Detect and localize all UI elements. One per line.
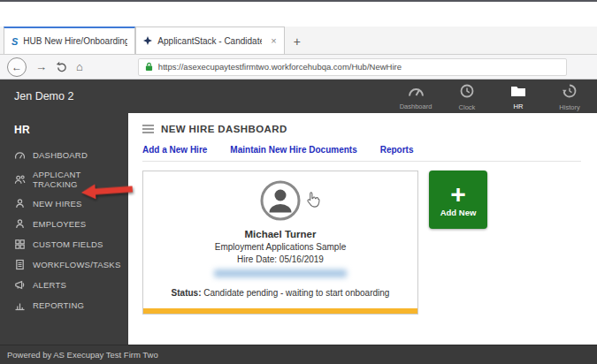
sidebar-item-label: EMPLOYEES	[33, 219, 86, 229]
nav-item-clock[interactable]: Clock	[441, 82, 493, 111]
app-header-nav: Dashboard Clock HR History	[390, 82, 595, 111]
main-content: NEW HIRE DASHBOARD Add a New Hire Mainta…	[128, 113, 597, 345]
new-tab-button[interactable]: +	[294, 35, 301, 48]
people-icon	[14, 174, 26, 186]
add-new-button[interactable]: + Add New	[429, 171, 487, 229]
redacted-text	[214, 269, 347, 277]
action-links: Add a New Hire Maintain New Hire Documen…	[142, 145, 581, 162]
sidebar-section-hr: HR	[14, 124, 128, 136]
sidebar: HR DASHBOARD APPLICANT TRACKING NEW HIRE…	[0, 113, 128, 345]
address-bar[interactable]: https://asexecupaytestfirmtwo.workforceh…	[138, 58, 567, 76]
card-highlight-bar	[143, 308, 417, 314]
sidebar-item-label: REPORTING	[33, 300, 84, 310]
person-icon	[14, 198, 26, 209]
forward-button[interactable]: →	[35, 61, 47, 72]
swipeclock-s-icon: S	[11, 36, 18, 47]
link-reports[interactable]: Reports	[380, 145, 414, 155]
link-add-new-hire[interactable]: Add a New Hire	[142, 145, 207, 155]
status-text: Candidate pending - waiting to start onb…	[201, 288, 389, 298]
dashboard-icon	[408, 84, 425, 101]
applicantstack-icon	[143, 36, 152, 45]
refresh-button[interactable]	[56, 61, 67, 72]
sidebar-item-new-hires[interactable]: NEW HIRES	[0, 193, 128, 214]
menu-icon[interactable]	[142, 125, 154, 133]
history-icon	[563, 84, 577, 102]
sidebar-item-custom-fields[interactable]: CUSTOM FIELDS	[0, 234, 128, 254]
status-line: Status: Candidate pending - waiting to s…	[172, 288, 390, 298]
sidebar-item-applicant-tracking[interactable]: APPLICANT TRACKING	[0, 165, 128, 193]
sidebar-item-label: APPLICANT TRACKING	[33, 170, 125, 189]
hr-folder-icon	[510, 85, 526, 101]
browser-navbar: ← → ⌂ https://asexecupaytestfirmtwo.work…	[0, 55, 597, 80]
padlock-icon	[145, 62, 153, 72]
employee-name: Michael Turner	[245, 229, 317, 239]
employee-subtitle: Employment Applications Sample	[215, 242, 346, 252]
tasks-icon	[14, 259, 26, 270]
sidebar-item-label: WORKFLOWS/TASKS	[33, 260, 120, 269]
close-icon[interactable]: ×	[271, 35, 276, 46]
tab-hub-new-hire[interactable]: S HUB New Hire/Onboarding Pa	[4, 27, 135, 54]
status-label: Status:	[172, 288, 202, 298]
avatar	[260, 180, 301, 224]
back-button[interactable]: ←	[7, 57, 27, 77]
sidebar-item-alerts[interactable]: ALERTS	[0, 275, 128, 295]
megaphone-icon	[14, 279, 26, 291]
app-header: Jen Demo 2 Dashboard Clock HR History	[0, 80, 597, 113]
nav-label: Dashboard	[400, 102, 432, 110]
tab-title: ApplicantStack - Candidates	[157, 36, 262, 46]
url-text: https://asexecupaytestfirmtwo.workforceh…	[158, 62, 402, 72]
company-title: Jen Demo 2	[14, 90, 73, 102]
sidebar-item-employees[interactable]: EMPLOYEES	[0, 214, 128, 234]
sidebar-item-label: DASHBOARD	[33, 150, 88, 160]
add-new-label: Add New	[440, 208, 477, 217]
footer: Powered by AS Execupay Test Firm Two	[0, 345, 597, 364]
bar-chart-icon	[14, 300, 26, 311]
nav-label: Clock	[459, 103, 476, 111]
sidebar-item-dashboard[interactable]: DASHBOARD	[0, 145, 128, 165]
sidebar-item-label: ALERTS	[33, 280, 66, 290]
sidebar-item-workflows-tasks[interactable]: WORKFLOWS/TASKS	[0, 254, 128, 275]
hire-date: Hire Date: 05/16/2019	[237, 254, 324, 264]
clock-icon	[460, 84, 474, 102]
nav-item-hr[interactable]: HR	[493, 82, 544, 111]
window-titlebar	[0, 0, 597, 27]
plus-icon: +	[450, 183, 466, 206]
tab-title: HUB New Hire/Onboarding Pa	[23, 36, 127, 46]
tab-applicantstack[interactable]: ApplicantStack - Candidates ×	[135, 27, 284, 54]
sidebar-item-reporting[interactable]: REPORTING	[0, 295, 128, 315]
footer-text: Powered by AS Execupay Test Firm Two	[7, 350, 158, 360]
new-hire-card[interactable]: Michael Turner Employment Applications S…	[142, 171, 418, 315]
nav-item-history[interactable]: History	[544, 82, 595, 111]
page-title: NEW HIRE DASHBOARD	[161, 124, 287, 134]
grid-icon	[14, 239, 26, 250]
nav-item-dashboard[interactable]: Dashboard	[390, 82, 441, 111]
person-icon	[14, 218, 26, 230]
browser-tabbar: S HUB New Hire/Onboarding Pa ApplicantSt…	[0, 27, 597, 55]
nav-label: HR	[514, 102, 524, 110]
link-maintain-documents[interactable]: Maintain New Hire Documents	[230, 145, 356, 155]
sidebar-item-label: NEW HIRES	[33, 199, 82, 209]
hand-cursor-icon	[306, 191, 321, 212]
nav-label: History	[559, 103, 579, 111]
home-button[interactable]: ⌂	[76, 61, 83, 72]
sidebar-item-label: CUSTOM FIELDS	[33, 239, 103, 249]
gauge-icon	[14, 149, 26, 161]
